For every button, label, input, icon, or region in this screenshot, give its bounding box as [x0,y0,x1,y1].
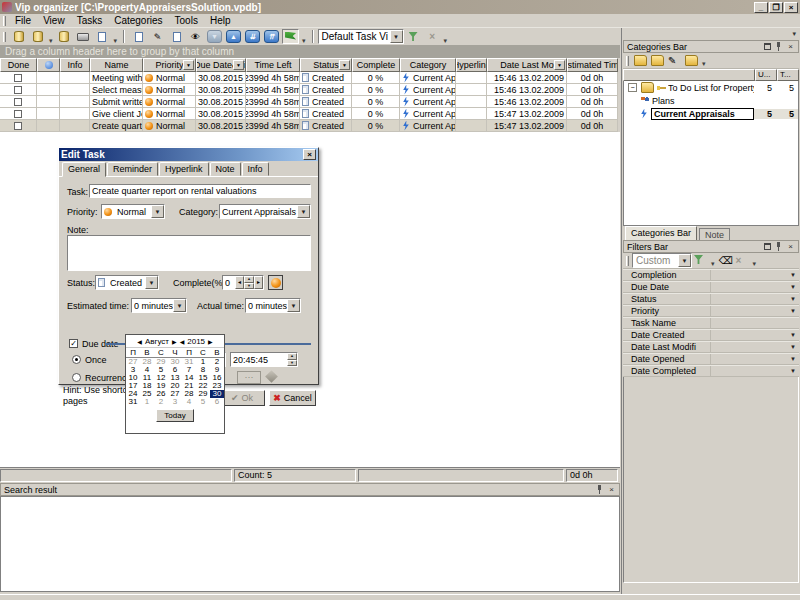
recurrence-radio[interactable] [72,373,81,382]
menu-tasks[interactable]: Tasks [71,14,109,27]
table-row[interactable]: Select measuresNormal30.08.20152399d 4h … [0,84,618,96]
menu-categories[interactable]: Categories [108,14,168,27]
open-dropdown-icon[interactable]: ▾ [49,37,53,45]
status-dropdown-icon[interactable]: ▼ [145,276,158,289]
complete-cell[interactable]: 0 % [352,84,400,96]
calendar-day[interactable]: 4 [182,398,196,406]
category-tree-item[interactable]: −To Do List for Property Appraisers55 [624,81,798,94]
status-cell[interactable]: Created [300,96,352,108]
filters-close-icon[interactable]: × [786,242,795,251]
col-header-Status[interactable]: Status▼ [300,58,352,72]
filter-row[interactable]: Task Name [623,317,799,329]
col-header-icon[interactable] [37,58,60,72]
calendar-day[interactable]: 5 [196,398,210,406]
col-header-Info[interactable]: Info [60,58,90,72]
name-cell[interactable]: Give client John [90,108,143,120]
hyperlink-cell[interactable] [456,72,487,84]
due-date-cell[interactable]: 30.08.2015 [196,120,246,132]
col-header-Category[interactable]: Category [400,58,456,72]
search-result-body[interactable] [0,496,620,592]
categories-col-t[interactable]: T... [777,69,799,81]
priority-dropdown-icon[interactable]: ▼ [151,205,164,218]
name-cell[interactable]: Meeting with [90,72,143,84]
edit-task-close-button[interactable]: × [303,149,316,160]
complete-cell[interactable]: 0 % [352,120,400,132]
cancel-button[interactable]: ✖Cancel [269,390,316,406]
filter-dropdown-icon[interactable]: ▾ [711,260,715,268]
category-tree-item[interactable]: Plans [624,94,798,107]
col-header-Due Date&Tir[interactable]: Due Date&Tir▼ [196,58,246,72]
menu-file[interactable]: File [9,14,37,27]
filter-row[interactable]: Completion▼ [623,269,799,281]
clear-view-button[interactable]: × [424,29,441,44]
clear-filter-button[interactable]: ⌫ [719,255,732,266]
task-view-dropdown-icon[interactable]: ▼ [390,30,403,43]
col-filter-icon[interactable]: ▼ [339,60,350,70]
done-checkbox-cell[interactable] [0,120,37,132]
categories-pin-icon[interactable] [774,42,783,51]
complete-max-icon[interactable]: ► [254,276,263,289]
complete-spinbox[interactable]: 0 ◄ ▲▼ ► [222,275,264,290]
actual-time-combo[interactable]: 0 minutes ▼ [245,298,301,313]
status-combo[interactable]: Created ▼ [95,275,159,290]
calendar-day[interactable]: 2 [154,398,168,406]
name-cell[interactable]: Submit written [90,96,143,108]
panel-tab-note[interactable]: Note [699,228,730,240]
estimated-time-combo[interactable]: 0 minutes ▼ [131,298,187,313]
col-header-Name[interactable]: Name [90,58,143,72]
estimated-dropdown-icon[interactable]: ▼ [173,299,186,312]
panel-overflow-icon[interactable]: ▾ [792,30,796,38]
close-database-button[interactable] [56,29,73,44]
filter-dropdown-icon[interactable]: ▼ [790,368,799,374]
due-date-cell[interactable]: 30.08.2015 [196,84,246,96]
delete-filter-button[interactable]: × [736,255,749,266]
apply-view-button[interactable] [405,29,422,44]
filters-maximize-icon[interactable] [764,243,771,250]
panel-tab-categories-bar[interactable]: Categories Bar [625,226,697,240]
due-date-cell[interactable]: 30.08.2015 [196,96,246,108]
hyperlink-cell[interactable] [456,96,487,108]
window-titlebar[interactable]: Vip organizer [C:\PropertyAppraisersSolu… [0,0,800,14]
filter-dropdown-icon[interactable]: ▼ [790,356,799,362]
filter-dropdown-icon[interactable]: ▼ [790,272,799,278]
hyperlink-cell[interactable] [456,120,487,132]
status-cell[interactable]: Created [300,84,352,96]
expand-collapse-icon[interactable]: − [628,83,637,92]
minimize-button[interactable]: _ [754,2,768,13]
new-subcategory-button[interactable] [651,55,664,66]
due-date-cell[interactable]: 30.08.2015 [196,108,246,120]
done-checkbox-cell[interactable] [0,108,37,120]
calendar-day[interactable]: 31 [126,398,140,406]
complete-cell[interactable]: 0 % [352,108,400,120]
filter-row[interactable]: Date Created▼ [623,329,799,341]
move-top-button[interactable]: ⇈ [263,29,280,44]
status-cell[interactable]: Created [300,108,352,120]
search-pin-icon[interactable] [595,485,604,494]
next-month-icon[interactable]: ▶ [172,338,177,345]
menu-help[interactable]: Help [204,14,237,27]
category-cell[interactable]: Current App [400,72,456,84]
filter-row[interactable]: Due Date▼ [623,281,799,293]
actual-dropdown-icon[interactable]: ▼ [287,299,300,312]
hyperlink-cell[interactable] [456,84,487,96]
calendar-day[interactable]: 6 [210,398,224,406]
print-button[interactable] [75,29,92,44]
edit-task-button[interactable]: ✎ [149,29,166,44]
due-date-checkbox[interactable]: ✓ [69,339,78,348]
print-preview-button[interactable] [94,29,111,44]
filters-pin-icon[interactable] [774,242,783,251]
note-textarea[interactable] [67,235,311,271]
next-year-icon[interactable]: ▶ [208,338,213,345]
tab-hyperlink[interactable]: Hyperlink [159,162,209,176]
filter-row[interactable]: Priority▼ [623,305,799,317]
done-checkbox-cell[interactable] [0,84,37,96]
view-overflow-icon[interactable]: ▾ [444,37,448,45]
filter-dropdown-icon[interactable]: ▼ [790,344,799,350]
filter-dropdown-icon[interactable]: ▼ [790,296,799,302]
done-checkbox[interactable] [14,86,22,94]
done-checkbox[interactable] [14,98,22,106]
edit-task-titlebar[interactable]: Edit Task × [59,148,318,161]
filter-dropdown-icon[interactable]: ▼ [790,308,799,314]
complete-min-icon[interactable]: ◄ [235,276,244,289]
categories-overflow-icon[interactable]: ▾ [702,60,706,68]
